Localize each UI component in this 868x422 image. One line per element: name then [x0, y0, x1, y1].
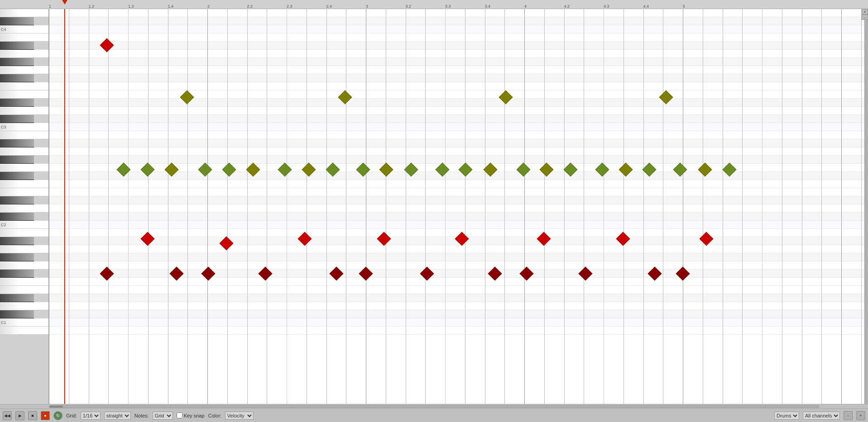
piano-key-D4[interactable] — [0, 9, 48, 17]
grid-row — [49, 327, 868, 335]
piano-key-B3[interactable] — [0, 33, 48, 42]
piano-key-G1[interactable] — [0, 261, 48, 270]
ruler-beat-label: 2.2 — [247, 4, 253, 9]
beat-line — [544, 9, 545, 404]
resize-handle-right[interactable] — [864, 9, 868, 404]
zoom-v-out-button[interactable]: - — [862, 14, 868, 20]
piano-key-A#1[interactable] — [0, 237, 34, 245]
piano-key-D1[interactable] — [0, 302, 48, 310]
scroll-track[interactable] — [49, 405, 819, 408]
piano-key-A#3[interactable] — [0, 42, 34, 50]
piano-key-G#3[interactable] — [0, 58, 34, 66]
beat-line — [187, 9, 188, 404]
piano-key-C2[interactable]: C2 — [0, 221, 48, 229]
beat-line — [168, 9, 168, 404]
key-snap-wrap: Key snap — [177, 413, 205, 418]
grid-row — [49, 286, 868, 294]
zoom-v-button[interactable]: + — [862, 9, 868, 14]
ruler-beat-label: 2.4 — [326, 4, 332, 9]
notes-select[interactable]: Grid Free — [153, 412, 173, 420]
playhead-line — [64, 9, 65, 404]
play-button[interactable]: ▶ — [15, 411, 24, 420]
piano-keyboard[interactable]: C4C3C2C1 — [0, 9, 49, 404]
channel-select[interactable]: All channels — [803, 412, 840, 420]
piano-key-B1[interactable] — [0, 229, 48, 237]
piano-c-label: C1 — [1, 320, 6, 325]
piano-key-A#2[interactable] — [0, 139, 34, 147]
note-grid[interactable]: +- — [49, 9, 868, 404]
color-label: Color: — [208, 413, 221, 418]
grid-row — [49, 204, 868, 213]
piano-key-G#1[interactable] — [0, 253, 34, 261]
ruler-measure-label: 3 — [366, 4, 368, 9]
playhead-marker[interactable] — [62, 0, 67, 5]
piano-key-D#2[interactable] — [0, 196, 34, 204]
piano-key-D2[interactable] — [0, 204, 48, 213]
piano-key-G2[interactable] — [0, 164, 48, 172]
piano-key-E2[interactable] — [0, 188, 48, 196]
piano-key-E3[interactable] — [0, 90, 48, 99]
grid-row — [49, 66, 868, 74]
scroll-thumb[interactable] — [49, 406, 63, 408]
grid-row — [49, 115, 868, 123]
piano-key-D#1[interactable] — [0, 294, 34, 302]
instrument-select[interactable]: Drums — [774, 412, 799, 420]
horizontal-scrollbar[interactable] — [0, 404, 868, 408]
stop-button[interactable]: ■ — [28, 411, 37, 420]
rewind-button[interactable]: ◀◀ — [3, 411, 12, 420]
piano-key-B2[interactable] — [0, 131, 48, 139]
beat-line — [386, 9, 386, 404]
piano-key-E1[interactable] — [0, 286, 48, 294]
piano-key-D3[interactable] — [0, 107, 48, 115]
groove-select[interactable]: straight swing — [104, 412, 131, 420]
grid-size-select[interactable]: 1/16 1/8 1/4 — [81, 412, 101, 420]
piano-key-A3[interactable] — [0, 50, 48, 58]
piano-key-F3[interactable] — [0, 82, 48, 90]
piano-key-C#1[interactable] — [0, 310, 34, 318]
piano-key-B0[interactable] — [0, 327, 48, 335]
measure-line — [49, 9, 49, 404]
zoom-out-button[interactable]: - — [844, 411, 853, 420]
piano-key-F1[interactable] — [0, 278, 48, 286]
piano-key-F#1[interactable] — [0, 270, 34, 278]
color-select[interactable]: Velocity Channel Pitch — [225, 412, 254, 420]
grid-row — [49, 74, 868, 82]
ruler-beat-label: 1.4 — [168, 4, 174, 9]
piano-key-F#3[interactable] — [0, 74, 34, 82]
ruler-beat-label: 2.3 — [287, 4, 293, 9]
piano-key-C#2[interactable] — [0, 213, 34, 221]
beat-line — [802, 9, 802, 404]
measure-line — [366, 9, 366, 404]
beat-line — [69, 9, 69, 404]
beat-line — [564, 9, 565, 404]
beat-line — [723, 9, 723, 404]
zoom-in-button[interactable]: + — [856, 411, 865, 420]
piano-key-A1[interactable] — [0, 245, 48, 253]
piano-key-F#2[interactable] — [0, 172, 34, 180]
piano-key-A2[interactable] — [0, 147, 48, 156]
piano-key-C4[interactable]: C4 — [0, 25, 48, 33]
loop-button[interactable]: ↻ — [53, 411, 62, 420]
grid-row — [49, 9, 868, 17]
grid-row — [49, 123, 868, 131]
zoom-controls: +- — [862, 9, 868, 20]
beat-line — [465, 9, 465, 404]
piano-key-C1[interactable]: C1 — [0, 318, 48, 327]
record-button[interactable]: ● — [41, 411, 50, 420]
grid-row — [49, 17, 868, 25]
piano-key-F2[interactable] — [0, 180, 48, 188]
grid-row — [49, 25, 868, 33]
piano-key-D#3[interactable] — [0, 99, 34, 107]
piano-key-G#2[interactable] — [0, 156, 34, 164]
piano-c-label: C3 — [1, 125, 6, 129]
grid-row — [49, 253, 868, 261]
grid-row — [49, 107, 868, 115]
beat-line — [485, 9, 485, 404]
piano-key-C#3[interactable] — [0, 115, 34, 123]
piano-key-G3[interactable] — [0, 66, 48, 74]
grid-row — [49, 318, 868, 327]
ruler-beat-label: 4.2 — [564, 4, 570, 9]
key-snap-checkbox[interactable] — [177, 413, 182, 418]
piano-key-C3[interactable]: C3 — [0, 123, 48, 131]
piano-key-C#4[interactable] — [0, 17, 34, 25]
